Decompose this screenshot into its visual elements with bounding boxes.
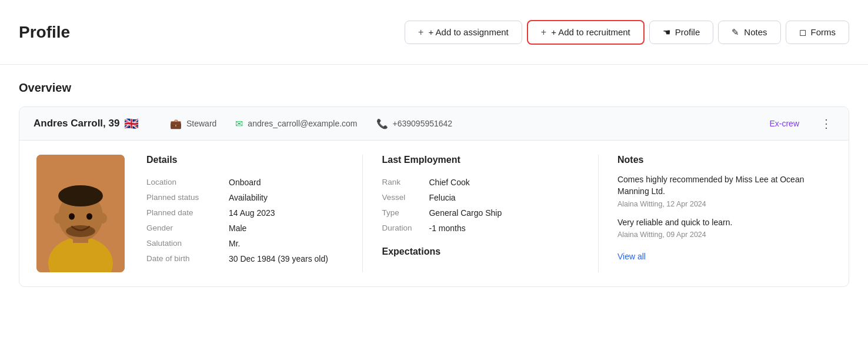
email-icon: ✉ [235,118,243,129]
details-table: LocationOnboardPlanned statusAvailabilit… [146,175,343,266]
note-text: Very reliable and quick to learn. [617,216,834,228]
employment-label: Vessel [382,190,429,205]
detail-row: LocationOnboard [146,175,343,190]
detail-label: Gender [146,221,229,236]
employment-row: TypeGeneral Cargo Ship [382,205,579,221]
notes-list: Comes highly recommended by Miss Lee at … [617,174,834,239]
forms-label: Forms [811,27,836,37]
employment-row: RankChief Cook [382,175,579,190]
add-to-recruitment-button[interactable]: + + Add to recruitment [527,20,645,45]
phone-value: +639095951642 [393,119,453,128]
page-title: Profile [19,23,70,42]
profile-label: Profile [675,27,700,37]
plus-icon-recruitment: + [541,27,546,38]
detail-row: SalutationMr. [146,236,343,251]
detail-label: Date of birth [146,251,229,266]
more-options-button[interactable]: ⋮ [818,116,834,131]
detail-value: Onboard [229,175,343,190]
profile-body: Details LocationOnboardPlanned statusAva… [19,141,849,286]
employment-label: Duration [382,221,429,236]
person-avatar [36,155,125,272]
email-value: andres_carroll@example.com [248,119,357,128]
profile-icon: ☚ [663,27,670,38]
employment-row: VesselFelucia [382,190,579,205]
profile-card: Andres Carroll, 39 🇬🇧 💼 Steward ✉ andres… [19,106,849,287]
employment-label: Type [382,205,429,221]
employment-value: Chief Cook [429,175,579,190]
expectations-title: Expectations [382,246,579,257]
note-item: Very reliable and quick to learn. Alaina… [617,216,834,239]
view-all-link[interactable]: View all [617,252,646,261]
forms-button[interactable]: ◻ Forms [786,21,850,44]
note-meta: Alaina Witting, 12 Apr 2024 [617,200,834,208]
profile-button[interactable]: ☚ Profile [649,21,714,44]
detail-value: 14 Aug 2023 [229,205,343,221]
employment-title: Last Employment [382,155,579,165]
note-text: Comes highly recommended by Miss Lee at … [617,174,834,198]
employment-label: Rank [382,175,429,190]
note-item: Comes highly recommended by Miss Lee at … [617,174,834,208]
add-to-assignment-button[interactable]: + + Add to assignment [405,21,522,44]
page-header: Profile + + Add to assignment + + Add to… [0,0,868,65]
person-email: ✉ andres_carroll@example.com [235,118,357,129]
header-actions: + + Add to assignment + + Add to recruit… [405,20,849,45]
briefcase-icon: 💼 [170,118,182,129]
svg-point-5 [54,213,62,223]
person-name-age: Andres Carroll, 39 🇬🇧 [34,116,151,131]
plus-icon: + [418,27,423,38]
notes-section: Notes Comes highly recommended by Miss L… [617,155,834,272]
detail-value: 30 Dec 1984 (39 years old) [229,251,343,266]
detail-value: Mr. [229,236,343,251]
person-phone: 📞 +639095951642 [376,118,453,129]
detail-row: GenderMale [146,221,343,236]
detail-row: Planned date14 Aug 2023 [146,205,343,221]
detail-label: Location [146,175,229,190]
person-role: 💼 Steward [170,118,216,129]
overview-title: Overview [19,81,849,95]
person-name: Andres Carroll, 39 [34,118,119,129]
role-label: Steward [186,119,216,128]
svg-point-9 [66,225,95,237]
note-meta: Alaina Witting, 09 Apr 2024 [617,231,834,239]
employment-value: Felucia [429,190,579,205]
employment-table: RankChief CookVesselFeluciaTypeGeneral C… [382,175,579,236]
employment-value: General Cargo Ship [429,205,579,221]
svg-point-7 [69,213,75,220]
add-assignment-label: + Add to assignment [428,27,508,37]
svg-point-8 [86,213,92,220]
detail-label: Planned date [146,205,229,221]
notes-section-title: Notes [617,155,834,165]
notes-label: Notes [744,27,767,37]
ex-crew-badge: Ex-crew [769,119,799,128]
employment-section: Last Employment RankChief CookVesselFelu… [382,155,598,272]
flag-icon: 🇬🇧 [124,116,139,131]
svg-point-4 [58,185,103,206]
person-photo-container [34,155,128,272]
detail-row: Planned statusAvailability [146,190,343,205]
page-content: Overview Andres Carroll, 39 🇬🇧 💼 Steward… [0,65,868,303]
notes-button[interactable]: ✎ Notes [718,21,780,44]
employment-row: Duration-1 months [382,221,579,236]
person-photo-svg [36,155,125,272]
svg-point-6 [99,213,107,223]
details-section: Details LocationOnboardPlanned statusAva… [146,155,363,272]
pencil-icon: ✎ [732,27,739,38]
detail-value: Male [229,221,343,236]
phone-icon: 📞 [376,118,388,129]
detail-label: Salutation [146,236,229,251]
folder-icon: ◻ [799,27,806,38]
detail-value: Availability [229,190,343,205]
employment-value: -1 months [429,221,579,236]
detail-row: Date of birth30 Dec 1984 (39 years old) [146,251,343,266]
details-title: Details [146,155,343,165]
detail-label: Planned status [146,190,229,205]
profile-header-row: Andres Carroll, 39 🇬🇧 💼 Steward ✉ andres… [19,107,849,141]
add-recruitment-label: + Add to recruitment [551,27,630,37]
